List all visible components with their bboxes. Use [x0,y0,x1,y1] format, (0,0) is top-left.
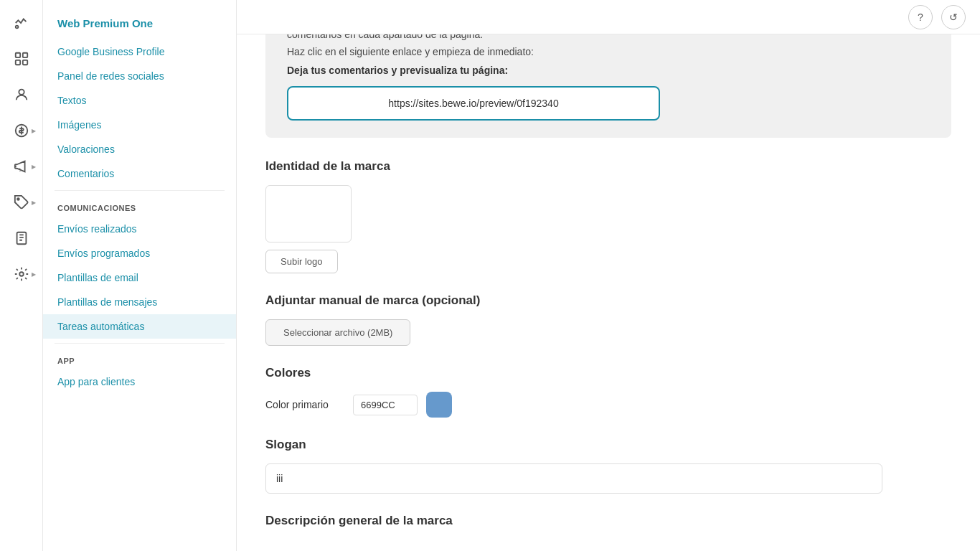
primary-color-input[interactable] [353,395,418,415]
colors-title: Colores [265,366,951,380]
sidebar-item-imagenes[interactable]: Imágenes [43,113,236,137]
sidebar-item-tareas-automaticas[interactable]: Tareas automáticas [43,314,236,339]
sidebar-divider-1 [55,190,225,191]
description-title: Descripción general de la marca [265,514,951,528]
grid-icon-item[interactable] [6,43,37,75]
tag-chevron: ▶ [32,199,36,206]
brand-identity-section: Identidad de la marca Subir logo [265,159,951,273]
megaphone-icon-item[interactable]: ▶ [6,151,37,182]
preview-instruction: Haz clic en el siguiente enlace y empiez… [287,46,930,57]
svg-rect-1 [15,53,19,57]
dollar-chevron: ▶ [32,128,36,134]
primary-color-row: Color primario [265,392,951,418]
svg-rect-2 [22,53,27,57]
sidebar-item-google-business-profile[interactable]: Google Business Profile [43,39,236,64]
settings-icon-item[interactable]: ▶ [6,258,37,290]
megaphone-chevron: ▶ [32,164,36,170]
chart-icon-item[interactable] [6,7,37,39]
attach-file-button[interactable]: Seleccionar archivo (2MB) [265,319,410,346]
user-icon-item[interactable] [6,79,37,110]
sidebar-item-textos[interactable]: Textos [43,88,236,113]
attach-brand-title: Adjuntar manual de marca (opcional) [265,293,951,308]
sidebar-section-app: APP [43,348,236,369]
content-inner: comentarios en cada apartado de la págin… [265,0,951,528]
sidebar-top-title: Web Premium One [43,11,236,39]
settings-chevron: ▶ [32,271,36,278]
svg-point-0 [15,26,18,29]
sidebar-section-comunicaciones: COMUNICACIONES [43,195,236,217]
sidebar-item-envios-realizados[interactable]: Envíos realizados [43,217,236,241]
attach-brand-section: Adjuntar manual de marca (opcional) Sele… [265,293,951,346]
sidebar-item-plantillas-mensajes[interactable]: Plantillas de mensajes [43,290,236,314]
sidebar-item-envios-programados[interactable]: Envíos programados [43,241,236,265]
slogan-input[interactable] [265,463,882,494]
content-area: comentarios en cada apartado de la págin… [237,0,980,551]
sidebar-divider-2 [55,343,225,344]
preview-label: Deja tus comentarios y previsualiza tu p… [287,65,930,76]
sidebar-item-plantillas-email[interactable]: Plantillas de email [43,265,236,290]
sidebar-item-valoraciones[interactable]: Valoraciones [43,137,236,161]
brand-identity-title: Identidad de la marca [265,159,951,174]
dollar-icon-item[interactable]: ▶ [6,115,37,146]
help-button[interactable]: ? [908,5,933,29]
preview-link-box[interactable]: https://sites.bewe.io/preview/0f192340 [287,86,660,121]
svg-rect-4 [22,60,27,65]
svg-point-7 [17,198,19,200]
main-content: ? ↺ comentarios en cada apartado de la p… [237,0,980,551]
svg-point-5 [19,90,24,95]
colors-section: Colores Color primario [265,366,951,418]
top-bar: ? ↺ [237,0,980,34]
description-section: Descripción general de la marca [265,514,951,528]
refresh-button[interactable]: ↺ [941,5,966,29]
upload-logo-button[interactable]: Subir logo [265,250,338,273]
tag-icon-item[interactable]: ▶ [6,187,37,218]
primary-color-label: Color primario [265,399,344,410]
badge-icon-item[interactable] [6,222,37,254]
sidebar-item-app-clientes[interactable]: App para clientes [43,369,236,394]
slogan-title: Slogan [265,438,951,452]
sidebar: Web Premium One Google Business Profile … [43,0,237,551]
sidebar-item-panel-redes-sociales[interactable]: Panel de redes sociales [43,64,236,88]
sidebar-item-comentarios[interactable]: Comentarios [43,161,236,186]
icon-bar: ▶ ▶ ▶ ▶ [0,0,43,551]
primary-color-swatch[interactable] [426,392,452,418]
slogan-section: Slogan [265,438,951,494]
svg-rect-3 [15,60,19,65]
svg-point-9 [19,272,24,276]
logo-upload-box [265,185,352,242]
